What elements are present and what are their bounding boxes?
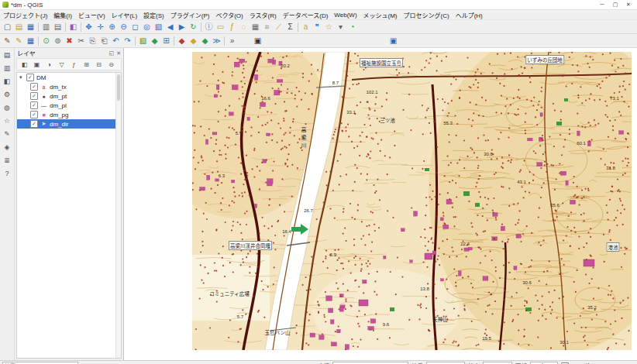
layer-checkbox[interactable]: ✓ — [30, 83, 38, 91]
minimize-button[interactable]: ─ — [596, 2, 608, 8]
menu-item-6[interactable]: ベクタ(O) — [212, 11, 246, 19]
layer-group-row[interactable]: ▾✓DM — [17, 73, 121, 82]
browser-panel-toggle-icon[interactable]: ▤ — [2, 50, 13, 60]
show-bookmarks-icon[interactable]: ▾ — [335, 21, 346, 33]
style-manager-icon[interactable]: ◧ — [67, 21, 79, 33]
menu-item-9[interactable]: Web(W) — [331, 12, 360, 19]
map-layer[interactable]: 福祉施設国立玉島いずみの丘団地高梁川三ツ池高梁川漢井合同堰コミュニティ広場玉島バ… — [192, 52, 632, 350]
panel-close-icon[interactable]: ✕ — [116, 50, 121, 57]
field-calculator-icon[interactable]: ⌗ — [261, 21, 273, 33]
new-geopackage-layer-icon[interactable]: ◆ — [149, 35, 160, 46]
menu-item-8[interactable]: データベース(D) — [280, 11, 332, 19]
zoom-to-layer-icon[interactable]: ▧ — [153, 21, 164, 33]
filter-by-expression-icon[interactable]: ƒ — [68, 60, 80, 69]
measure-line-icon[interactable]: ⟋ — [273, 21, 284, 33]
layer-item-dm_tx[interactable]: ✓adm_tx — [17, 82, 121, 91]
identify-features-icon[interactable]: ⓘ — [203, 21, 215, 33]
select-by-expression-icon[interactable]: ƒ — [226, 21, 238, 33]
processing-toggle-icon[interactable]: ⚙ — [2, 90, 13, 100]
current-edits-icon[interactable]: ✎ — [2, 35, 13, 46]
undo-icon[interactable]: ↶ — [110, 35, 122, 46]
toggle-editing-icon[interactable]: ✎ — [13, 35, 25, 46]
remove-layer-icon[interactable]: ⊖ — [105, 60, 117, 69]
layer-item-dm_dir[interactable]: ✓➤dm_dir — [17, 119, 121, 129]
bookmarks-toggle-icon[interactable]: ☆ — [2, 116, 13, 126]
menu-item-2[interactable]: ビュー(V) — [75, 11, 108, 19]
plugin-green-icon[interactable]: ◆ — [199, 35, 211, 46]
group-expander-icon[interactable]: ▾ — [19, 74, 24, 81]
paste-features-icon[interactable]: ⎗ — [98, 35, 110, 46]
new-shapefile-layer-icon[interactable]: ▧ — [137, 35, 149, 46]
labeling-options-icon[interactable]: a — [300, 21, 312, 33]
open-attribute-table-icon[interactable]: ▦ — [250, 21, 261, 33]
open-project-icon[interactable]: ▤ — [13, 21, 25, 33]
tree-scrollbar[interactable] — [115, 73, 121, 358]
statistical-summary-icon[interactable]: Σ — [284, 21, 296, 33]
add-group-icon[interactable]: ▣ — [31, 60, 43, 69]
zoom-in-icon[interactable]: ⊕ — [106, 21, 118, 33]
pan-to-selection-icon[interactable]: ✛ — [95, 21, 106, 33]
log-messages-toggle-icon[interactable]: ≣ — [2, 156, 13, 166]
redo-icon[interactable]: ↷ — [122, 35, 133, 46]
save-layer-edits-icon[interactable]: ▦ — [25, 35, 36, 46]
layer-checkbox[interactable]: ✓ — [30, 101, 38, 109]
plugin-yellow-icon[interactable]: ◆ — [188, 35, 199, 46]
menu-item-4[interactable]: 設定(S) — [140, 11, 167, 19]
layers-panel-toggle-icon[interactable]: ▥ — [2, 64, 13, 74]
menu-item-1[interactable]: 編集(I) — [50, 11, 75, 19]
new-print-layout-icon[interactable]: ▥ — [40, 21, 52, 33]
close-button[interactable]: ✕ — [622, 2, 635, 8]
zoom-out-icon[interactable]: ⊖ — [118, 21, 129, 33]
manage-map-themes-icon[interactable]: ◑ — [43, 60, 55, 69]
map-tips-icon[interactable]: ❞ — [312, 21, 323, 33]
menu-item-3[interactable]: レイヤ(L) — [108, 11, 141, 19]
temporal-controller-icon[interactable]: ◔ — [346, 21, 358, 33]
new-project-icon[interactable]: ▢ — [2, 21, 13, 33]
layer-item-dm_pt[interactable]: ✓●dm_pt — [17, 91, 121, 101]
cut-features-icon[interactable]: ✂ — [75, 35, 87, 46]
menu-item-10[interactable]: メッシュ(M) — [360, 11, 401, 19]
zoom-last-icon[interactable]: ◀ — [164, 21, 176, 33]
select-features-icon[interactable]: ▭ — [215, 21, 226, 33]
add-feature-icon[interactable]: ⊙ — [40, 35, 52, 46]
open-layer-styling-icon[interactable]: ◧ — [19, 60, 30, 69]
python-console-icon[interactable]: ≫ — [211, 35, 222, 46]
panel-float-icon[interactable]: ◱ — [109, 50, 115, 57]
save-project-icon[interactable]: ▦ — [25, 21, 36, 33]
menu-item-11[interactable]: プロセシング(C) — [401, 11, 453, 19]
data-source-manager-icon[interactable]: ⊞ — [160, 35, 172, 46]
help-toggle-icon[interactable]: ? — [2, 169, 13, 179]
new-spatial-bookmark-icon[interactable]: ☆ — [323, 21, 335, 33]
coordinate-capture-icon[interactable]: ▣ — [252, 35, 263, 46]
layer-checkbox[interactable]: ✓ — [30, 92, 38, 100]
zoom-to-selection-icon[interactable]: ◎ — [141, 21, 153, 33]
show-layout-manager-icon[interactable]: ▤ — [52, 21, 64, 33]
processing-toolbox-icon[interactable]: ▣ — [387, 35, 399, 46]
copy-features-icon[interactable]: ⎘ — [87, 35, 98, 46]
toolbar-overflow-icon[interactable]: » — [226, 35, 238, 46]
layer-checkbox[interactable]: ✓ — [30, 120, 38, 128]
zoom-full-icon[interactable]: ◻ — [129, 21, 141, 33]
maximize-button[interactable]: ▢ — [609, 2, 622, 8]
delete-selected-icon[interactable]: ✖ — [64, 35, 75, 46]
vertex-tool-icon[interactable]: ⊚ — [52, 35, 64, 46]
plugin-red-icon[interactable]: ◆ — [176, 35, 188, 46]
refresh-map-icon[interactable]: ↻ — [188, 21, 199, 33]
layer-checkbox[interactable]: ✓ — [30, 111, 38, 118]
collapse-all-icon[interactable]: ⊟ — [93, 60, 105, 69]
menu-item-5[interactable]: プラグイン(P) — [167, 11, 213, 19]
menu-item-7[interactable]: ラスタ(R) — [246, 11, 280, 19]
gps-toggle-icon[interactable]: ◈ — [2, 143, 13, 153]
map-canvas[interactable]: 福祉施設国立玉島いずみの丘団地高梁川三ツ池高梁川漢井合同堰コミュニティ広場玉島バ… — [124, 48, 637, 360]
filter-legend-icon[interactable]: ▽ — [56, 60, 67, 69]
menu-item-0[interactable]: プロジェクト(J) — [0, 11, 50, 19]
expand-all-icon[interactable]: ⊞ — [81, 60, 92, 69]
layer-item-dm_pl[interactable]: ✓—dm_pl — [17, 101, 121, 110]
deselect-features-icon[interactable]: ◌ — [238, 21, 250, 33]
menu-item-12[interactable]: ヘルプ(H) — [453, 11, 486, 19]
layer-item-dm_pg[interactable]: ✓■dm_pg — [17, 110, 121, 119]
layer-styling-toggle-icon[interactable]: ◧ — [2, 77, 13, 87]
pan-map-icon[interactable]: ✥ — [83, 21, 95, 33]
overview-toggle-icon[interactable]: ◍ — [2, 103, 13, 113]
advanced-digitizing-toggle-icon[interactable]: ✎ — [2, 129, 13, 139]
